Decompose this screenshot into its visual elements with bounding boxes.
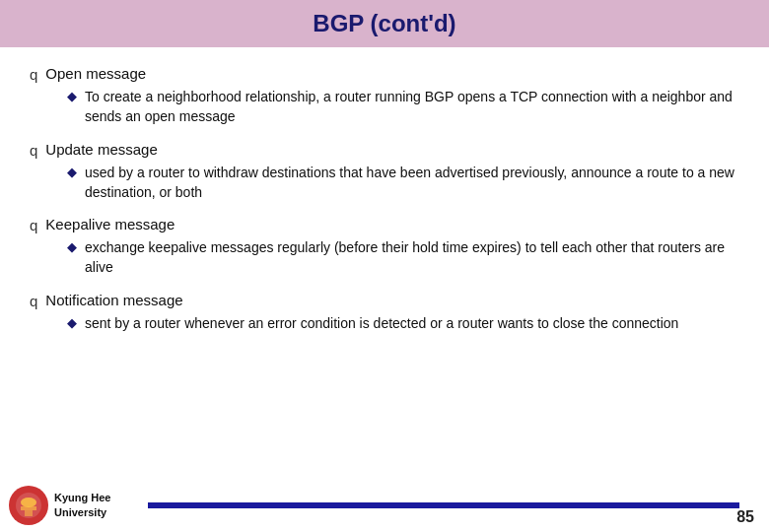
bullet-q-open: q: [30, 66, 37, 83]
section-notification-text: sent by a router whenever an error condi…: [85, 313, 678, 333]
slide-title: BGP (cont'd): [313, 10, 455, 36]
diamond-notification: ◆: [67, 315, 77, 330]
university-name: Kyung Hee University: [54, 491, 110, 519]
section-update-sub: ◆ used by a router to withdraw destinati…: [67, 163, 739, 203]
svg-rect-3: [21, 506, 36, 510]
section-open-title: Open message: [45, 65, 146, 82]
section-notification-header: q Notification message: [30, 292, 739, 309]
section-open: q Open message ◆ To create a neighborhoo…: [30, 65, 739, 127]
bullet-q-update: q: [30, 142, 37, 159]
bullet-q-keepalive: q: [30, 217, 37, 233]
section-update-header: q Update message: [30, 141, 739, 159]
page-number: 85: [736, 508, 754, 526]
university-name-line1: Kyung Hee: [54, 491, 110, 504]
section-open-header: q Open message: [30, 65, 739, 83]
svg-point-2: [21, 498, 36, 507]
slide-content: q Open message ◆ To create a neighborhoo…: [0, 47, 769, 333]
footer-logo-area: Kyung Hee University: [0, 485, 143, 526]
section-keepalive: q Keepalive message ◆ exchange keepalive…: [30, 216, 739, 278]
section-keepalive-text: exchange keepalive messages regularly (b…: [85, 237, 739, 278]
university-logo-icon: [8, 485, 49, 526]
bullet-q-notification: q: [30, 293, 37, 309]
section-update-title: Update message: [45, 141, 157, 158]
diamond-open: ◆: [67, 89, 77, 103]
section-open-sub: ◆ To create a neighborhood relationship,…: [67, 87, 739, 127]
footer: Kyung Hee University 85: [0, 478, 769, 532]
slide: BGP (cont'd) q Open message ◆ To create …: [0, 0, 769, 532]
section-keepalive-header: q Keepalive message: [30, 216, 739, 233]
section-open-text: To create a neighborhood relationship, a…: [85, 87, 739, 127]
section-notification-title: Notification message: [45, 292, 182, 308]
section-keepalive-sub: ◆ exchange keepalive messages regularly …: [67, 237, 739, 278]
section-update-text: used by a router to withdraw destination…: [85, 163, 739, 203]
title-bar: BGP (cont'd): [0, 0, 769, 47]
section-notification: q Notification message ◆ sent by a route…: [30, 292, 739, 333]
diamond-keepalive: ◆: [67, 239, 77, 254]
section-keepalive-title: Keepalive message: [45, 216, 175, 233]
section-notification-sub: ◆ sent by a router whenever an error con…: [67, 313, 739, 333]
section-update: q Update message ◆ used by a router to w…: [30, 141, 739, 203]
university-name-line2: University: [54, 505, 110, 519]
svg-rect-4: [25, 510, 33, 516]
diamond-update: ◆: [67, 165, 77, 179]
footer-blue-bar: [148, 502, 739, 508]
